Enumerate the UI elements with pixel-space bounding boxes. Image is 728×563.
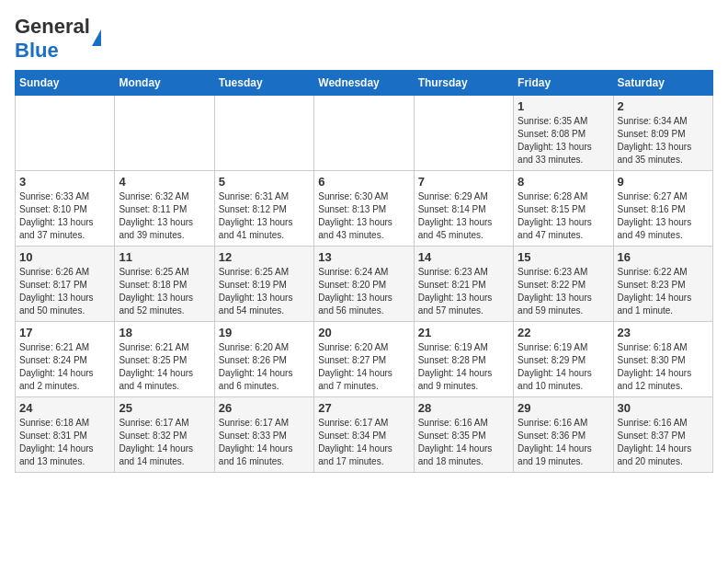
calendar-cell: 14Sunrise: 6:23 AM Sunset: 8:21 PM Dayli… xyxy=(414,247,513,322)
day-number: 16 xyxy=(618,250,709,264)
day-info: Sunrise: 6:16 AM Sunset: 8:37 PM Dayligh… xyxy=(618,417,709,468)
calendar-cell: 30Sunrise: 6:16 AM Sunset: 8:37 PM Dayli… xyxy=(613,397,712,473)
day-info: Sunrise: 6:32 AM Sunset: 8:11 PM Dayligh… xyxy=(119,190,210,242)
calendar-cell: 26Sunrise: 6:17 AM Sunset: 8:33 PM Dayli… xyxy=(214,397,313,473)
calendar-cell: 16Sunrise: 6:22 AM Sunset: 8:23 PM Dayli… xyxy=(613,247,712,322)
day-number: 12 xyxy=(219,250,310,264)
day-info: Sunrise: 6:21 AM Sunset: 8:24 PM Dayligh… xyxy=(19,341,110,393)
day-number: 1 xyxy=(518,99,609,113)
day-info: Sunrise: 6:27 AM Sunset: 8:16 PM Dayligh… xyxy=(618,190,709,242)
calendar-cell: 2Sunrise: 6:34 AM Sunset: 8:09 PM Daylig… xyxy=(613,96,712,171)
calendar-cell: 24Sunrise: 6:18 AM Sunset: 8:31 PM Dayli… xyxy=(16,397,115,473)
day-info: Sunrise: 6:20 AM Sunset: 8:26 PM Dayligh… xyxy=(219,341,310,393)
day-info: Sunrise: 6:22 AM Sunset: 8:23 PM Dayligh… xyxy=(618,266,709,317)
calendar-cell: 7Sunrise: 6:29 AM Sunset: 8:14 PM Daylig… xyxy=(414,171,513,247)
day-info: Sunrise: 6:17 AM Sunset: 8:34 PM Dayligh… xyxy=(318,417,409,468)
day-number: 4 xyxy=(119,175,210,189)
logo: General Blue xyxy=(15,15,101,63)
day-info: Sunrise: 6:25 AM Sunset: 8:19 PM Dayligh… xyxy=(219,266,310,317)
day-info: Sunrise: 6:31 AM Sunset: 8:12 PM Dayligh… xyxy=(219,190,310,242)
day-info: Sunrise: 6:16 AM Sunset: 8:36 PM Dayligh… xyxy=(518,417,609,468)
calendar-cell: 22Sunrise: 6:19 AM Sunset: 8:29 PM Dayli… xyxy=(514,322,613,397)
calendar-cell: 23Sunrise: 6:18 AM Sunset: 8:30 PM Dayli… xyxy=(613,322,712,397)
day-info: Sunrise: 6:21 AM Sunset: 8:25 PM Dayligh… xyxy=(119,341,210,393)
day-number: 3 xyxy=(19,175,110,189)
day-number: 15 xyxy=(518,250,609,264)
day-info: Sunrise: 6:18 AM Sunset: 8:31 PM Dayligh… xyxy=(19,417,110,468)
day-info: Sunrise: 6:17 AM Sunset: 8:33 PM Dayligh… xyxy=(219,417,310,468)
calendar-cell: 28Sunrise: 6:16 AM Sunset: 8:35 PM Dayli… xyxy=(414,397,513,473)
day-number: 23 xyxy=(618,326,709,339)
day-info: Sunrise: 6:23 AM Sunset: 8:22 PM Dayligh… xyxy=(518,266,609,317)
day-info: Sunrise: 6:17 AM Sunset: 8:32 PM Dayligh… xyxy=(119,417,210,468)
calendar-cell: 19Sunrise: 6:20 AM Sunset: 8:26 PM Dayli… xyxy=(214,322,313,397)
calendar-week-row: 1Sunrise: 6:35 AM Sunset: 8:08 PM Daylig… xyxy=(16,96,713,171)
day-info: Sunrise: 6:19 AM Sunset: 8:29 PM Dayligh… xyxy=(518,341,609,393)
calendar-cell: 29Sunrise: 6:16 AM Sunset: 8:36 PM Dayli… xyxy=(514,397,613,473)
calendar-week-row: 17Sunrise: 6:21 AM Sunset: 8:24 PM Dayli… xyxy=(16,322,713,397)
calendar-cell: 13Sunrise: 6:24 AM Sunset: 8:20 PM Dayli… xyxy=(314,247,414,322)
day-info: Sunrise: 6:26 AM Sunset: 8:17 PM Dayligh… xyxy=(19,266,110,317)
weekday-header-friday: Friday xyxy=(514,71,613,96)
calendar-cell: 6Sunrise: 6:30 AM Sunset: 8:13 PM Daylig… xyxy=(314,171,414,247)
calendar-header-row: SundayMondayTuesdayWednesdayThursdayFrid… xyxy=(16,71,713,96)
day-number: 2 xyxy=(618,99,709,113)
calendar-table: SundayMondayTuesdayWednesdayThursdayFrid… xyxy=(15,70,713,473)
day-info: Sunrise: 6:18 AM Sunset: 8:30 PM Dayligh… xyxy=(618,341,709,393)
calendar-cell: 1Sunrise: 6:35 AM Sunset: 8:08 PM Daylig… xyxy=(514,96,613,171)
calendar-cell: 5Sunrise: 6:31 AM Sunset: 8:12 PM Daylig… xyxy=(214,171,313,247)
day-info: Sunrise: 6:24 AM Sunset: 8:20 PM Dayligh… xyxy=(318,266,409,317)
day-number: 22 xyxy=(518,326,609,339)
weekday-header-tuesday: Tuesday xyxy=(214,71,313,96)
calendar-cell: 3Sunrise: 6:33 AM Sunset: 8:10 PM Daylig… xyxy=(16,171,115,247)
weekday-header-monday: Monday xyxy=(115,71,214,96)
day-number: 10 xyxy=(19,250,110,264)
calendar-cell: 11Sunrise: 6:25 AM Sunset: 8:18 PM Dayli… xyxy=(115,247,214,322)
day-info: Sunrise: 6:20 AM Sunset: 8:27 PM Dayligh… xyxy=(318,341,409,393)
calendar-cell: 25Sunrise: 6:17 AM Sunset: 8:32 PM Dayli… xyxy=(115,397,214,473)
logo-triangle-icon xyxy=(92,29,101,46)
day-number: 19 xyxy=(219,326,310,339)
weekday-header-sunday: Sunday xyxy=(16,71,115,96)
day-number: 8 xyxy=(518,175,609,189)
day-number: 21 xyxy=(418,326,509,339)
day-info: Sunrise: 6:34 AM Sunset: 8:09 PM Dayligh… xyxy=(618,115,709,167)
day-number: 7 xyxy=(418,175,509,189)
calendar-cell: 4Sunrise: 6:32 AM Sunset: 8:11 PM Daylig… xyxy=(115,171,214,247)
day-number: 30 xyxy=(618,401,709,415)
calendar-cell: 8Sunrise: 6:28 AM Sunset: 8:15 PM Daylig… xyxy=(514,171,613,247)
calendar-cell xyxy=(16,96,115,171)
day-number: 20 xyxy=(318,326,409,339)
day-number: 6 xyxy=(318,175,409,189)
day-number: 27 xyxy=(318,401,409,415)
day-info: Sunrise: 6:28 AM Sunset: 8:15 PM Dayligh… xyxy=(518,190,609,242)
calendar-cell xyxy=(214,96,313,171)
calendar-cell: 15Sunrise: 6:23 AM Sunset: 8:22 PM Dayli… xyxy=(514,247,613,322)
calendar-cell: 21Sunrise: 6:19 AM Sunset: 8:28 PM Dayli… xyxy=(414,322,513,397)
day-info: Sunrise: 6:19 AM Sunset: 8:28 PM Dayligh… xyxy=(418,341,509,393)
weekday-header-wednesday: Wednesday xyxy=(314,71,414,96)
day-info: Sunrise: 6:23 AM Sunset: 8:21 PM Dayligh… xyxy=(418,266,509,317)
day-number: 14 xyxy=(418,250,509,264)
day-info: Sunrise: 6:35 AM Sunset: 8:08 PM Dayligh… xyxy=(518,115,609,167)
day-number: 9 xyxy=(618,175,709,189)
day-number: 28 xyxy=(418,401,509,415)
calendar-week-row: 24Sunrise: 6:18 AM Sunset: 8:31 PM Dayli… xyxy=(16,397,713,473)
day-info: Sunrise: 6:30 AM Sunset: 8:13 PM Dayligh… xyxy=(318,190,409,242)
calendar-cell: 27Sunrise: 6:17 AM Sunset: 8:34 PM Dayli… xyxy=(314,397,414,473)
day-number: 5 xyxy=(219,175,310,189)
calendar-week-row: 3Sunrise: 6:33 AM Sunset: 8:10 PM Daylig… xyxy=(16,171,713,247)
day-info: Sunrise: 6:25 AM Sunset: 8:18 PM Dayligh… xyxy=(119,266,210,317)
calendar-cell: 20Sunrise: 6:20 AM Sunset: 8:27 PM Dayli… xyxy=(314,322,414,397)
logo-text: General Blue xyxy=(15,15,90,63)
calendar-cell: 9Sunrise: 6:27 AM Sunset: 8:16 PM Daylig… xyxy=(613,171,712,247)
day-info: Sunrise: 6:33 AM Sunset: 8:10 PM Dayligh… xyxy=(19,190,110,242)
weekday-header-thursday: Thursday xyxy=(414,71,513,96)
day-number: 24 xyxy=(19,401,110,415)
day-number: 11 xyxy=(119,250,210,264)
day-number: 18 xyxy=(119,326,210,339)
calendar-cell: 18Sunrise: 6:21 AM Sunset: 8:25 PM Dayli… xyxy=(115,322,214,397)
day-number: 17 xyxy=(19,326,110,339)
calendar-cell xyxy=(115,96,214,171)
day-number: 13 xyxy=(318,250,409,264)
